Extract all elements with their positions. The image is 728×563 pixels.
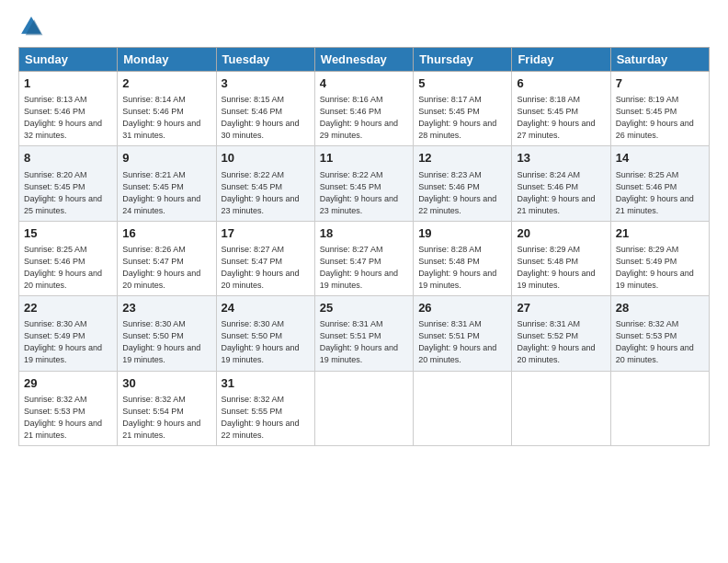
day-number: 24	[222, 300, 310, 316]
calendar-cell: 17Sunrise: 8:27 AM Sunset: 5:47 PM Dayli…	[216, 221, 314, 295]
calendar-week-5: 29Sunrise: 8:32 AM Sunset: 5:53 PM Dayli…	[19, 371, 710, 445]
calendar-cell: 16Sunrise: 8:26 AM Sunset: 5:47 PM Dayli…	[118, 221, 216, 295]
calendar-cell	[414, 371, 512, 445]
day-number: 23	[122, 300, 210, 316]
day-info: Sunrise: 8:28 AM Sunset: 5:48 PM Dayligh…	[418, 244, 506, 292]
day-number: 17	[222, 225, 310, 242]
day-number: 12	[418, 150, 506, 167]
calendar-cell: 28Sunrise: 8:32 AM Sunset: 5:53 PM Dayli…	[610, 296, 709, 371]
calendar-cell: 25Sunrise: 8:31 AM Sunset: 5:51 PM Dayli…	[314, 296, 413, 371]
calendar-cell: 21Sunrise: 8:29 AM Sunset: 5:49 PM Dayli…	[610, 221, 709, 295]
calendar-week-2: 8Sunrise: 8:20 AM Sunset: 5:45 PM Daylig…	[19, 146, 710, 221]
calendar-cell: 9Sunrise: 8:21 AM Sunset: 5:45 PM Daylig…	[118, 146, 216, 221]
day-info: Sunrise: 8:30 AM Sunset: 5:50 PM Dayligh…	[122, 318, 210, 366]
day-number: 20	[517, 225, 605, 242]
calendar-cell: 13Sunrise: 8:24 AM Sunset: 5:46 PM Dayli…	[512, 146, 610, 221]
day-number: 6	[517, 75, 605, 92]
day-info: Sunrise: 8:20 AM Sunset: 5:45 PM Dayligh…	[24, 169, 112, 217]
calendar-header-wednesday: Wednesday	[314, 48, 413, 72]
day-info: Sunrise: 8:13 AM Sunset: 5:46 PM Dayligh…	[24, 94, 112, 142]
day-number: 19	[418, 225, 506, 242]
calendar-header-thursday: Thursday	[414, 48, 512, 72]
day-number: 28	[616, 300, 704, 316]
calendar-cell: 7Sunrise: 8:19 AM Sunset: 5:45 PM Daylig…	[610, 72, 709, 146]
day-info: Sunrise: 8:22 AM Sunset: 5:45 PM Dayligh…	[222, 169, 310, 217]
calendar-cell: 27Sunrise: 8:31 AM Sunset: 5:52 PM Dayli…	[512, 296, 610, 371]
calendar-cell: 18Sunrise: 8:27 AM Sunset: 5:47 PM Dayli…	[314, 221, 413, 295]
day-number: 10	[222, 150, 310, 167]
day-info: Sunrise: 8:18 AM Sunset: 5:45 PM Dayligh…	[517, 94, 605, 142]
day-number: 8	[24, 150, 112, 167]
day-number: 30	[122, 375, 210, 392]
day-info: Sunrise: 8:23 AM Sunset: 5:46 PM Dayligh…	[418, 169, 506, 217]
day-info: Sunrise: 8:21 AM Sunset: 5:45 PM Dayligh…	[122, 169, 210, 217]
calendar-cell: 22Sunrise: 8:30 AM Sunset: 5:49 PM Dayli…	[19, 296, 118, 371]
day-number: 14	[616, 150, 704, 167]
day-number: 25	[320, 300, 408, 316]
day-number: 18	[320, 225, 408, 242]
day-number: 4	[320, 75, 408, 92]
calendar-week-3: 15Sunrise: 8:25 AM Sunset: 5:46 PM Dayli…	[19, 221, 710, 295]
calendar-header-friday: Friday	[512, 48, 610, 72]
day-number: 5	[418, 75, 506, 92]
day-info: Sunrise: 8:32 AM Sunset: 5:53 PM Dayligh…	[24, 394, 112, 442]
calendar-cell: 24Sunrise: 8:30 AM Sunset: 5:50 PM Dayli…	[216, 296, 314, 371]
calendar-cell	[512, 371, 610, 445]
header	[18, 14, 710, 40]
calendar-cell	[610, 371, 709, 445]
day-info: Sunrise: 8:16 AM Sunset: 5:46 PM Dayligh…	[320, 94, 408, 142]
day-number: 22	[24, 300, 112, 316]
day-info: Sunrise: 8:25 AM Sunset: 5:46 PM Dayligh…	[24, 244, 112, 292]
day-info: Sunrise: 8:31 AM Sunset: 5:51 PM Dayligh…	[418, 318, 506, 366]
calendar-cell: 31Sunrise: 8:32 AM Sunset: 5:55 PM Dayli…	[216, 371, 314, 445]
calendar-cell: 19Sunrise: 8:28 AM Sunset: 5:48 PM Dayli…	[414, 221, 512, 295]
day-info: Sunrise: 8:30 AM Sunset: 5:50 PM Dayligh…	[222, 318, 310, 366]
day-info: Sunrise: 8:26 AM Sunset: 5:47 PM Dayligh…	[122, 244, 210, 292]
calendar-header-sunday: Sunday	[19, 48, 118, 72]
day-number: 15	[24, 225, 112, 242]
day-number: 2	[122, 75, 210, 92]
calendar-week-4: 22Sunrise: 8:30 AM Sunset: 5:49 PM Dayli…	[19, 296, 710, 371]
page: SundayMondayTuesdayWednesdayThursdayFrid…	[0, 0, 728, 563]
calendar-cell: 10Sunrise: 8:22 AM Sunset: 5:45 PM Dayli…	[216, 146, 314, 221]
calendar-header-monday: Monday	[118, 48, 216, 72]
day-number: 3	[222, 75, 310, 92]
day-info: Sunrise: 8:22 AM Sunset: 5:45 PM Dayligh…	[320, 169, 408, 217]
day-info: Sunrise: 8:17 AM Sunset: 5:45 PM Dayligh…	[418, 94, 506, 142]
day-number: 21	[616, 225, 704, 242]
calendar-cell	[314, 371, 413, 445]
calendar-cell: 29Sunrise: 8:32 AM Sunset: 5:53 PM Dayli…	[19, 371, 118, 445]
calendar-cell: 26Sunrise: 8:31 AM Sunset: 5:51 PM Dayli…	[414, 296, 512, 371]
calendar-cell: 15Sunrise: 8:25 AM Sunset: 5:46 PM Dayli…	[19, 221, 118, 295]
calendar-cell: 23Sunrise: 8:30 AM Sunset: 5:50 PM Dayli…	[118, 296, 216, 371]
day-number: 27	[517, 300, 605, 316]
day-info: Sunrise: 8:31 AM Sunset: 5:52 PM Dayligh…	[517, 318, 605, 366]
calendar-cell: 1Sunrise: 8:13 AM Sunset: 5:46 PM Daylig…	[19, 72, 118, 146]
calendar-table: SundayMondayTuesdayWednesdayThursdayFrid…	[18, 47, 710, 446]
day-info: Sunrise: 8:31 AM Sunset: 5:51 PM Dayligh…	[320, 318, 408, 366]
day-number: 29	[24, 375, 112, 392]
calendar-header-row: SundayMondayTuesdayWednesdayThursdayFrid…	[19, 48, 710, 72]
calendar-cell: 3Sunrise: 8:15 AM Sunset: 5:46 PM Daylig…	[216, 72, 314, 146]
day-info: Sunrise: 8:24 AM Sunset: 5:46 PM Dayligh…	[517, 169, 605, 217]
logo-icon	[18, 14, 44, 40]
day-number: 13	[517, 150, 605, 167]
day-info: Sunrise: 8:14 AM Sunset: 5:46 PM Dayligh…	[122, 94, 210, 142]
logo	[18, 14, 48, 40]
day-info: Sunrise: 8:32 AM Sunset: 5:55 PM Dayligh…	[222, 394, 310, 442]
day-number: 9	[122, 150, 210, 167]
day-number: 7	[616, 75, 704, 92]
day-info: Sunrise: 8:27 AM Sunset: 5:47 PM Dayligh…	[222, 244, 310, 292]
day-number: 16	[122, 225, 210, 242]
calendar-cell: 4Sunrise: 8:16 AM Sunset: 5:46 PM Daylig…	[314, 72, 413, 146]
calendar-cell: 11Sunrise: 8:22 AM Sunset: 5:45 PM Dayli…	[314, 146, 413, 221]
calendar-cell: 14Sunrise: 8:25 AM Sunset: 5:46 PM Dayli…	[610, 146, 709, 221]
day-info: Sunrise: 8:30 AM Sunset: 5:49 PM Dayligh…	[24, 318, 112, 366]
day-info: Sunrise: 8:19 AM Sunset: 5:45 PM Dayligh…	[616, 94, 704, 142]
calendar-header-tuesday: Tuesday	[216, 48, 314, 72]
calendar-cell: 20Sunrise: 8:29 AM Sunset: 5:48 PM Dayli…	[512, 221, 610, 295]
day-info: Sunrise: 8:29 AM Sunset: 5:48 PM Dayligh…	[517, 244, 605, 292]
calendar-week-1: 1Sunrise: 8:13 AM Sunset: 5:46 PM Daylig…	[19, 72, 710, 146]
day-info: Sunrise: 8:25 AM Sunset: 5:46 PM Dayligh…	[616, 169, 704, 217]
calendar-body: 1Sunrise: 8:13 AM Sunset: 5:46 PM Daylig…	[19, 72, 710, 446]
